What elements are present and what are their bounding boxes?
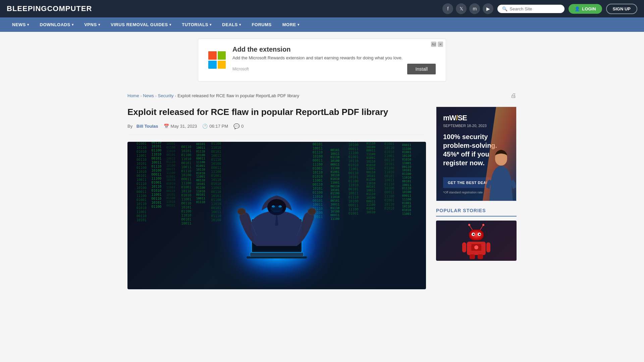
popular-story-image <box>436 221 517 261</box>
nav-news[interactable]: NEWS ▾ <box>7 17 35 32</box>
breadcrumb-security[interactable]: Security <box>158 93 174 98</box>
ms-green-square <box>218 51 226 60</box>
ad-footer: Microsoft Install <box>232 64 436 74</box>
breadcrumb-sep-1: › <box>141 94 142 98</box>
nav-downloads[interactable]: DOWNLOADS ▾ <box>35 17 79 32</box>
svg-point-11 <box>237 208 246 215</box>
ad-banner: Ad ✕ Add the extension Add the Microsoft… <box>198 39 446 81</box>
facebook-icon[interactable]: f <box>442 3 453 14</box>
ms-red-square <box>208 51 217 60</box>
hacker-figure <box>223 152 330 279</box>
popular-stories: POPULAR STORIES <box>436 208 517 261</box>
svg-rect-23 <box>469 230 484 240</box>
comment-number: 0 <box>241 124 244 129</box>
svg-rect-32 <box>486 242 490 252</box>
svg-point-12 <box>308 208 316 215</box>
ad-brand: Microsoft <box>232 67 249 71</box>
breadcrumb-home[interactable]: Home <box>127 93 139 98</box>
svg-point-22 <box>482 224 484 226</box>
svg-rect-2 <box>250 252 304 256</box>
popular-stories-title: POPULAR STORIES <box>436 208 517 217</box>
ad-description: Add the Microsoft Rewards extension and … <box>232 55 436 60</box>
main-wrapper: Ad ✕ Add the extension Add the Microsoft… <box>121 39 523 289</box>
svg-point-29 <box>480 233 480 234</box>
social-icons: f 𝕏 m ▶ <box>442 3 493 14</box>
article-main: Exploit released for RCE flaw in popular… <box>127 107 426 289</box>
youtube-icon[interactable]: ▶ <box>483 3 493 14</box>
breadcrumb-news[interactable]: News <box>143 93 154 98</box>
mastodon-icon[interactable]: m <box>469 3 480 14</box>
logo-text-bold: COMPUTER <box>47 4 92 13</box>
ad-close-controls: Ad ✕ <box>431 42 443 47</box>
sidebar-ad: mW/SE SEPTEMBER 18-20, 2023 100% securit… <box>436 107 517 201</box>
article-time: 🕐 06:17 PM <box>202 124 228 129</box>
search-icon: 🔍 <box>502 6 507 11</box>
ms-yellow-square <box>218 61 226 69</box>
site-logo[interactable]: BLEEPINGCOMPUTER <box>7 4 92 13</box>
nav-vpns[interactable]: VPNS ▾ <box>79 17 105 32</box>
comment-count[interactable]: 💬 0 <box>233 123 244 129</box>
search-input[interactable] <box>509 6 560 11</box>
chevron-down-icon: ▾ <box>72 23 74 26</box>
svg-point-36 <box>474 245 478 249</box>
ad-title: Add the extension <box>232 46 436 53</box>
chevron-down-icon: ▾ <box>27 23 29 26</box>
site-header: BLEEPINGCOMPUTER f 𝕏 m ▶ 🔍 👤 LOGIN SIGN … <box>0 0 644 17</box>
time-text: 06:17 PM <box>209 124 228 129</box>
article-author: By Bill Toulas <box>127 124 158 129</box>
breadcrumb-sep-2: › <box>155 94 157 98</box>
breadcrumb-sep-3: › <box>175 94 176 98</box>
svg-rect-34 <box>478 254 483 259</box>
nav-tutorials[interactable]: TUTORIALS ▾ <box>176 17 217 32</box>
calendar-icon: 📅 <box>164 124 169 129</box>
nav-forums[interactable]: FORUMS <box>246 17 277 32</box>
article-date: 📅 May 31, 2023 <box>164 124 197 129</box>
search-box: 🔍 <box>497 5 565 13</box>
date-text: May 31, 2023 <box>171 124 197 129</box>
article-title: Exploit released for RCE flaw in popular… <box>127 107 426 118</box>
nav-more[interactable]: MORE ▾ <box>277 17 305 32</box>
breadcrumb-row: Home › News › Security › Exploit release… <box>127 88 517 103</box>
svg-rect-3 <box>247 256 307 258</box>
ad-label: Ad <box>431 42 436 47</box>
sidebar-ad-inner: mW/SE SEPTEMBER 18-20, 2023 100% securit… <box>436 107 516 201</box>
logo-text-light: BLEEPING <box>7 4 47 13</box>
nav-deals[interactable]: DEALS ▾ <box>217 17 246 32</box>
article-sidebar: mW/SE SEPTEMBER 18-20, 2023 100% securit… <box>436 107 517 289</box>
svg-line-19 <box>470 226 472 230</box>
article-meta: By Bill Toulas 📅 May 31, 2023 🕐 06:17 PM… <box>127 123 426 135</box>
svg-rect-31 <box>462 242 466 252</box>
clock-icon: 🕐 <box>202 124 208 129</box>
svg-line-21 <box>480 226 483 230</box>
comment-icon: 💬 <box>233 123 240 129</box>
chevron-down-icon: ▾ <box>98 23 100 26</box>
nav-virus-removal[interactable]: VIRUS REMOVAL GUIDES ▾ <box>105 17 176 32</box>
chevron-down-icon: ▾ <box>169 23 171 26</box>
svg-point-28 <box>474 233 474 234</box>
android-robot-icon <box>460 222 493 259</box>
print-icon[interactable]: 🖨 <box>511 92 517 99</box>
twitter-icon[interactable]: 𝕏 <box>456 3 467 14</box>
author-name-link[interactable]: Bill Toulas <box>137 124 158 129</box>
ms-blue-square <box>208 61 217 69</box>
mwise-person-figure <box>483 147 516 201</box>
article-hero-image: 0100110110010101100100110101010110011010… <box>127 142 426 289</box>
breadcrumb-current: Exploit released for RCE flaw in popular… <box>177 93 299 98</box>
author-by-label: By <box>127 124 132 129</box>
login-button[interactable]: 👤 LOGIN <box>569 4 602 14</box>
microsoft-logo <box>208 51 226 69</box>
chevron-down-icon: ▾ <box>210 23 212 26</box>
signup-button[interactable]: SIGN UP <box>606 4 637 14</box>
header-right: f 𝕏 m ▶ 🔍 👤 LOGIN SIGN UP <box>442 3 637 14</box>
ad-close-button[interactable]: ✕ <box>438 42 443 47</box>
breadcrumb: Home › News › Security › Exploit release… <box>127 93 299 98</box>
svg-point-20 <box>468 224 470 226</box>
ad-content: Add the extension Add the Microsoft Rewa… <box>232 46 436 74</box>
chevron-down-icon: ▾ <box>298 23 300 26</box>
ad-install-button[interactable]: Install <box>407 64 436 74</box>
chevron-down-icon: ▾ <box>239 23 241 26</box>
main-nav: NEWS ▾ DOWNLOADS ▾ VPNS ▾ VIRUS REMOVAL … <box>0 17 644 32</box>
svg-rect-33 <box>470 254 475 259</box>
article-layout: Exploit released for RCE flaw in popular… <box>127 107 517 289</box>
user-icon: 👤 <box>575 6 580 11</box>
